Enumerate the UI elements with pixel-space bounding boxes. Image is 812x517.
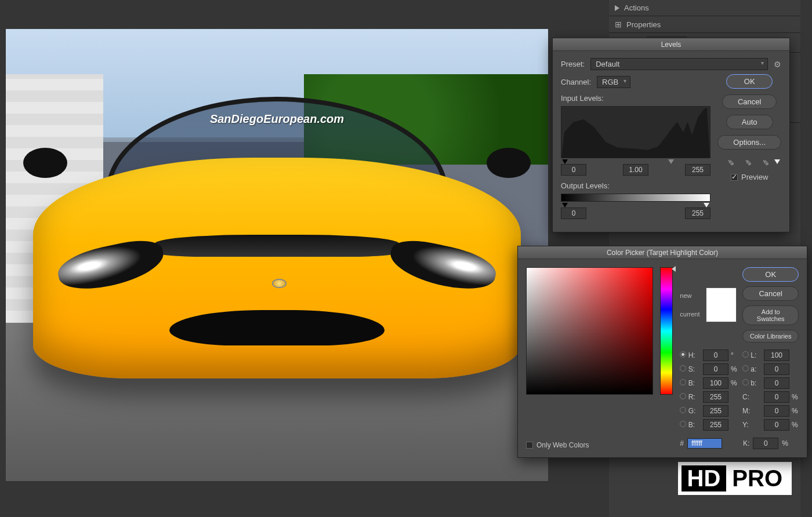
properties-panel-header[interactable]: ⊞Properties — [609, 16, 800, 33]
levels-dialog: Levels Preset: Default ⚙ Channel: RGB In… — [552, 38, 790, 232]
r-radio[interactable] — [680, 393, 686, 399]
channel-label: Channel: — [561, 78, 591, 86]
add-swatches-button[interactable]: Add to Swatches — [742, 305, 799, 325]
webcolors-checkbox[interactable] — [526, 442, 533, 449]
input-mid[interactable]: 1.00 — [623, 164, 648, 176]
preview-label: Preview — [741, 173, 768, 181]
b-radio[interactable] — [680, 379, 686, 385]
bb-input[interactable]: 255 — [703, 419, 728, 431]
canvas-area[interactable]: SanDiegoEuropean.com — [6, 29, 548, 481]
eyedropper-gray-icon[interactable] — [745, 158, 754, 167]
r-input[interactable]: 255 — [703, 391, 728, 403]
s-radio[interactable] — [680, 365, 686, 372]
preset-label: Preset: — [561, 60, 585, 68]
c-input[interactable]: 0 — [764, 391, 789, 403]
windshield-text: SanDiegoEuropean.com — [111, 112, 443, 126]
output-black[interactable]: 0 — [561, 207, 586, 219]
output-sliders[interactable] — [561, 203, 710, 207]
ok-button[interactable]: OK — [742, 267, 799, 282]
actions-panel-header[interactable]: Actions — [609, 0, 800, 16]
preset-dropdown[interactable]: Default — [590, 58, 768, 70]
color-libraries-button[interactable]: Color Libraries — [742, 330, 799, 343]
m-input[interactable]: 0 — [764, 405, 789, 417]
bb-radio[interactable] — [680, 421, 686, 427]
a-input[interactable]: 0 — [764, 363, 789, 375]
cancel-button[interactable]: Cancel — [742, 286, 799, 301]
a-radio[interactable] — [742, 365, 749, 372]
output-white[interactable]: 255 — [685, 207, 710, 219]
current-label: current — [680, 311, 699, 318]
auto-button[interactable]: Auto — [726, 115, 773, 129]
g-radio[interactable] — [680, 407, 686, 413]
actions-label: Actions — [624, 3, 649, 12]
properties-icon: ⊞ — [615, 20, 622, 29]
k-input[interactable]: 0 — [753, 438, 778, 449]
eyedropper-black-icon[interactable] — [727, 158, 737, 167]
preview-checkbox[interactable] — [731, 174, 738, 181]
output-gradient[interactable] — [561, 194, 710, 202]
color-picker-dialog: Color Picker (Target Highlight Color) ne… — [517, 246, 807, 458]
play-icon — [615, 5, 619, 11]
b-input[interactable]: 100 — [703, 377, 728, 389]
hdpro-logo: HDPRO — [678, 462, 792, 495]
levels-histogram[interactable] — [561, 106, 710, 158]
b2-input[interactable]: 0 — [764, 377, 789, 389]
levels-title[interactable]: Levels — [553, 38, 789, 51]
h-radio[interactable] — [680, 351, 686, 358]
eyedropper-white-icon[interactable] — [762, 158, 771, 167]
input-shadow[interactable]: 0 — [561, 164, 586, 176]
s-input[interactable]: 0 — [703, 363, 728, 375]
color-picker-title[interactable]: Color Picker (Target Highlight Color) — [518, 246, 807, 259]
hue-slider[interactable] — [660, 267, 673, 395]
L-input[interactable]: 100 — [764, 349, 789, 361]
options-button[interactable]: Options... — [717, 135, 781, 150]
l-radio[interactable] — [742, 351, 749, 358]
preset-gear-icon[interactable]: ⚙ — [774, 60, 781, 69]
color-field[interactable] — [526, 267, 653, 395]
properties-label: Properties — [626, 20, 661, 29]
cancel-button[interactable]: Cancel — [722, 94, 777, 109]
document-image: SanDiegoEuropean.com — [6, 29, 548, 481]
hex-input[interactable]: ffffff — [687, 438, 722, 449]
h-input[interactable]: 0 — [703, 349, 728, 361]
b2-radio[interactable] — [742, 379, 749, 385]
input-highlight[interactable]: 255 — [685, 164, 710, 176]
color-swatch — [706, 287, 737, 322]
channel-dropdown[interactable]: RGB — [597, 76, 630, 88]
hex-label: # — [680, 439, 684, 447]
y-input[interactable]: 0 — [764, 419, 789, 431]
webcolors-label: Only Web Colors — [536, 441, 589, 449]
g-input[interactable]: 255 — [703, 405, 728, 417]
output-levels-label: Output Levels: — [561, 181, 781, 190]
new-label: new — [680, 292, 699, 299]
ok-button[interactable]: OK — [726, 74, 773, 89]
